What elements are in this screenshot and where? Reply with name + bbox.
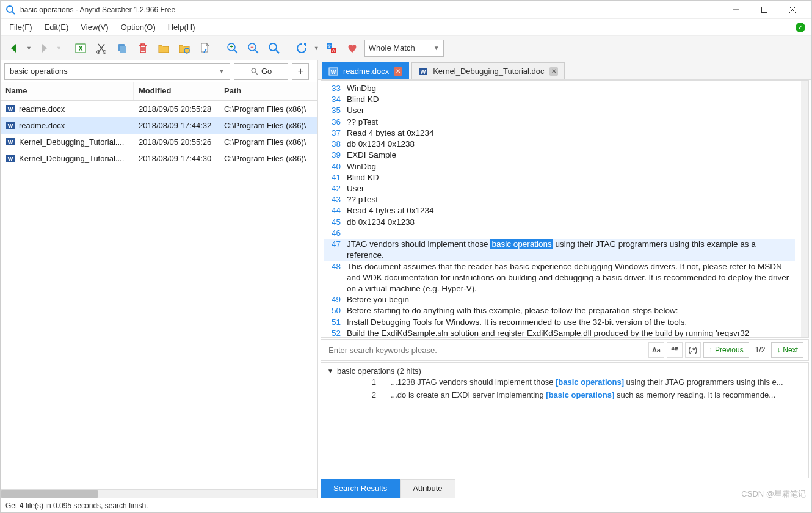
hits-header[interactable]: ▼ basic operations (2 hits) bbox=[327, 366, 802, 376]
file-tabs: Wreadme.docx✕WKernel_Debugging_Tutorial.… bbox=[318, 60, 811, 80]
content-line: 44Read 4 bytes at 0x1234 bbox=[324, 205, 795, 216]
menu-help[interactable]: Help(H) bbox=[162, 20, 201, 34]
file-tab[interactable]: Wreadme.docx✕ bbox=[322, 62, 409, 79]
svg-point-26 bbox=[252, 68, 256, 73]
word-file-icon: W bbox=[5, 137, 15, 147]
match-mode-label: Whole Match bbox=[369, 43, 415, 53]
toolbar: ▼ ▼ X + − ▼ 文A Whole Match ▼ bbox=[1, 36, 811, 60]
donate-button[interactable] bbox=[344, 40, 361, 57]
preview-pane: Wreadme.docx✕WKernel_Debugging_Tutorial.… bbox=[318, 60, 811, 498]
searchbar: ▼ Go + bbox=[1, 60, 317, 82]
menu-edit[interactable]: Edit(E) bbox=[38, 20, 75, 34]
titlebar: basic operations - Anytxt Searcher 1.2.9… bbox=[1, 1, 811, 19]
content-line: 52Build the ExdiKdSample.sln solution an… bbox=[324, 328, 795, 337]
go-button[interactable]: Go bbox=[234, 63, 288, 80]
zoom-in-button[interactable]: + bbox=[224, 40, 241, 57]
find-input[interactable] bbox=[326, 343, 646, 357]
content-line: 35User bbox=[324, 105, 795, 116]
add-search-button[interactable]: + bbox=[292, 63, 309, 80]
open-location-button[interactable] bbox=[176, 40, 193, 57]
open-folder-button[interactable] bbox=[155, 40, 172, 57]
content-line: 40WinDbg bbox=[324, 161, 795, 172]
col-modified[interactable]: Modified bbox=[134, 82, 219, 100]
svg-text:W: W bbox=[8, 156, 13, 162]
content-line: 47JTAG vendors should implement those ba… bbox=[324, 239, 795, 261]
delete-button[interactable] bbox=[134, 40, 151, 57]
file-properties-button[interactable] bbox=[197, 40, 214, 57]
svg-point-20 bbox=[269, 43, 277, 51]
find-button[interactable] bbox=[266, 40, 283, 57]
word-file-icon: W bbox=[5, 120, 15, 130]
content-line: 36?? pTest bbox=[324, 117, 795, 128]
content-view[interactable]: 33WinDbg34Blind KD35User36?? pTest37Read… bbox=[321, 81, 801, 337]
export-excel-button[interactable]: X bbox=[72, 40, 89, 57]
find-previous-button[interactable]: ↑Previous bbox=[703, 342, 749, 358]
svg-rect-11 bbox=[120, 46, 126, 53]
menu-view[interactable]: View(V) bbox=[74, 20, 114, 34]
table-row[interactable]: WKernel_Debugging_Tutorial....2018/09/05… bbox=[1, 134, 317, 150]
content-line: 43?? pTest bbox=[324, 194, 795, 205]
col-name[interactable]: Name bbox=[1, 82, 134, 100]
tab-close-icon[interactable]: ✕ bbox=[394, 67, 402, 76]
chevron-down-icon[interactable]: ▼ bbox=[219, 68, 225, 75]
tab-close-icon[interactable]: ✕ bbox=[549, 67, 558, 76]
content-line: 41Blind KD bbox=[324, 172, 795, 183]
content-line: 50Before starting to do anything with th… bbox=[324, 305, 795, 316]
svg-rect-3 bbox=[762, 7, 767, 12]
menu-option[interactable]: Option(O) bbox=[115, 20, 162, 34]
hit-row[interactable]: 1...1238 JTAG vendors should implement t… bbox=[327, 376, 802, 388]
content-line: 38db 0x1234 0x1238 bbox=[324, 139, 795, 150]
h-scrollbar[interactable] bbox=[1, 489, 317, 498]
cut-button[interactable] bbox=[93, 40, 110, 57]
translate-button[interactable]: 文A bbox=[323, 40, 340, 57]
regex-toggle[interactable]: (.*) bbox=[685, 342, 701, 358]
maximize-button[interactable] bbox=[750, 1, 778, 19]
tab-search-results[interactable]: Search Results bbox=[321, 479, 400, 498]
refresh-button[interactable] bbox=[293, 40, 310, 57]
menu-file[interactable]: File(F) bbox=[3, 20, 38, 34]
results-body: Wreadme.docx2018/09/05 20:55:28C:\Progra… bbox=[1, 101, 317, 489]
content-line: 37Read 4 bytes at 0x1234 bbox=[324, 128, 795, 139]
word-file-icon: W bbox=[5, 104, 15, 114]
svg-text:文: 文 bbox=[327, 44, 331, 48]
whole-word-toggle[interactable]: ❝❞ bbox=[667, 342, 683, 358]
svg-point-0 bbox=[7, 6, 13, 12]
tab-attribute[interactable]: Attribute bbox=[400, 479, 455, 498]
nav-back-button[interactable] bbox=[5, 40, 23, 57]
svg-text:W: W bbox=[8, 139, 13, 145]
svg-text:X: X bbox=[79, 45, 83, 52]
content-line: 51Install Debugging Tools for Windows. I… bbox=[324, 317, 795, 328]
match-case-toggle[interactable]: Aa bbox=[648, 342, 664, 358]
content-line: 46 bbox=[324, 228, 795, 239]
zoom-out-button[interactable]: − bbox=[245, 40, 262, 57]
svg-text:−: − bbox=[250, 44, 253, 50]
copy-button[interactable] bbox=[114, 40, 131, 57]
table-row[interactable]: Wreadme.docx2018/08/09 17:44:32C:\Progra… bbox=[1, 117, 317, 134]
svg-line-1 bbox=[12, 12, 15, 14]
content-line: 34Blind KD bbox=[324, 94, 795, 105]
minimize-button[interactable] bbox=[722, 1, 750, 19]
v-scrollbar[interactable] bbox=[801, 81, 808, 337]
file-tab[interactable]: WKernel_Debugging_Tutorial.doc✕ bbox=[411, 62, 564, 79]
word-file-icon: W bbox=[5, 153, 15, 163]
col-path[interactable]: Path bbox=[219, 82, 317, 100]
hit-row[interactable]: 2...do is create an EXDI server implemen… bbox=[327, 388, 802, 401]
close-button[interactable] bbox=[778, 1, 807, 19]
statusbar: Get 4 file(s) in 0.095 seconds, search f… bbox=[1, 498, 811, 512]
svg-line-27 bbox=[255, 72, 258, 75]
find-page-indicator: 1/2 bbox=[752, 346, 769, 354]
status-ok-icon: ✓ bbox=[796, 23, 805, 32]
table-row[interactable]: WKernel_Debugging_Tutorial....2018/08/09… bbox=[1, 150, 317, 167]
find-next-button[interactable]: ↓Next bbox=[771, 342, 803, 358]
table-row[interactable]: Wreadme.docx2018/09/05 20:55:28C:\Progra… bbox=[1, 101, 317, 117]
nav-forward-button[interactable] bbox=[35, 40, 53, 57]
search-input[interactable] bbox=[10, 67, 215, 76]
word-file-icon: W bbox=[328, 67, 338, 76]
find-bar: Aa ❝❞ (.*) ↑Previous 1/2 ↓Next bbox=[321, 339, 809, 361]
svg-text:W: W bbox=[8, 123, 13, 129]
status-text: Get 4 file(s) in 0.095 seconds, search f… bbox=[5, 501, 148, 510]
match-mode-combo[interactable]: Whole Match ▼ bbox=[364, 40, 444, 57]
content-line: 49Before you begin bbox=[324, 294, 795, 305]
content-line: 33WinDbg bbox=[324, 83, 795, 94]
content-line: 48This document assumes that the reader … bbox=[324, 261, 795, 295]
